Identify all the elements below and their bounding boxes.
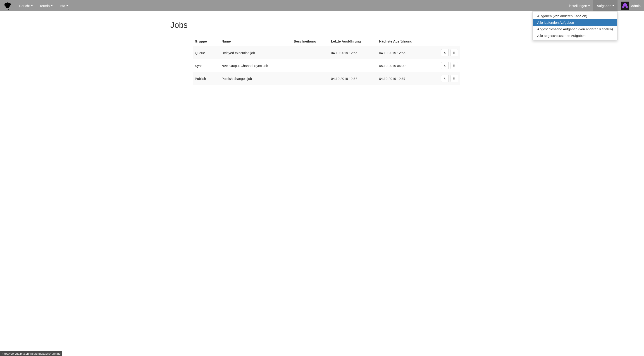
cell-actions — [426, 59, 460, 72]
pause-icon — [453, 77, 456, 80]
cell-name: NAK Output Channel Sync Job — [220, 59, 292, 72]
nav-right-group: Einstellungen Aufgaben Aufgaben (von and… — [563, 0, 644, 11]
main-container: Jobs Gruppe Name Beschreibung Letzte Aus… — [164, 11, 480, 89]
th-actions — [426, 37, 460, 46]
cell-group: Publish — [193, 72, 220, 85]
cell-next-run: 04.10.2019 12:57 — [377, 72, 425, 85]
rocket-icon — [444, 51, 446, 54]
svg-rect-3 — [626, 6, 628, 8]
th-last-run: Letzte Ausführung — [329, 37, 377, 46]
th-group: Gruppe — [193, 37, 220, 46]
cell-group: Queue — [193, 46, 220, 59]
svg-rect-9 — [454, 78, 454, 80]
th-description: Beschreibung — [292, 37, 329, 46]
nav-item-aufgaben[interactable]: Aufgaben Aufgaben (von anderen Kanälen) … — [593, 0, 618, 11]
cell-group: Sync — [193, 59, 220, 72]
dropdown-item-all-running[interactable]: Alle laufenden Aufgaben — [533, 19, 617, 26]
nav-item-einstellungen[interactable]: Einstellungen — [563, 0, 593, 11]
cell-actions — [426, 72, 460, 85]
cell-description — [292, 46, 329, 59]
cell-actions — [426, 46, 460, 59]
jobs-table: Gruppe Name Beschreibung Letzte Ausführu… — [193, 37, 460, 85]
caret-down-icon — [612, 5, 614, 6]
run-button[interactable] — [441, 49, 449, 56]
caret-down-icon — [588, 5, 590, 6]
brand-logo[interactable] — [0, 0, 16, 11]
svg-rect-8 — [454, 65, 455, 67]
th-next-run: Nächste Ausführung — [377, 37, 425, 46]
caret-down-icon — [51, 5, 53, 6]
cell-description — [292, 59, 329, 72]
svg-rect-2 — [622, 6, 624, 8]
nav-item-info[interactable]: Info — [56, 0, 72, 11]
th-name: Name — [220, 37, 292, 46]
svg-rect-6 — [454, 52, 455, 54]
run-button[interactable] — [441, 75, 449, 82]
svg-rect-7 — [454, 65, 454, 67]
cell-last-run: 04.10.2019 12:56 — [329, 72, 377, 85]
caret-down-icon — [66, 5, 68, 6]
cell-name: Delayed execution job — [220, 46, 292, 59]
rocket-icon — [444, 64, 446, 67]
raven-icon — [4, 1, 12, 10]
svg-rect-4 — [624, 6, 626, 7]
svg-rect-10 — [454, 78, 455, 80]
user-name: Admin — [631, 4, 640, 8]
page-title: Jobs — [170, 20, 474, 30]
caret-down-icon — [31, 5, 33, 6]
pause-button[interactable] — [450, 49, 458, 56]
table-row: Sync NAK Output Channel Sync Job 05.10.2… — [193, 59, 460, 72]
nav-label: Bericht — [19, 4, 30, 8]
svg-rect-1 — [623, 4, 627, 6]
svg-rect-0 — [624, 3, 626, 4]
dropdown-item-completed-other[interactable]: Abgeschlossene Aufgaben (von anderen Kan… — [533, 26, 617, 32]
table-row: Queue Delayed execution job 04.10.2019 1… — [193, 46, 460, 59]
pause-button[interactable] — [450, 62, 458, 69]
cell-last-run: 04.10.2019 12:56 — [329, 46, 377, 59]
top-navbar: Bericht Termin Info Einstellungen Aufgab… — [0, 0, 644, 11]
nav-label: Termin — [40, 4, 50, 8]
nav-label: Aufgaben — [597, 4, 611, 8]
nav-left-group: Bericht Termin Info — [16, 0, 72, 11]
cell-next-run: 04.10.2019 12:56 — [377, 46, 425, 59]
cell-name: Publish changes job — [220, 72, 292, 85]
avatar — [621, 1, 629, 10]
run-button[interactable] — [441, 62, 449, 69]
rocket-icon — [444, 77, 446, 80]
cell-last-run — [329, 59, 377, 72]
table-wrapper: Gruppe Name Beschreibung Letzte Ausführu… — [193, 37, 460, 85]
table-body: Queue Delayed execution job 04.10.2019 1… — [193, 46, 460, 85]
nav-label: Info — [60, 4, 65, 8]
dropdown-item-all-completed[interactable]: Alle abgeschlossenen Aufgaben — [533, 32, 617, 39]
nav-label: Einstellungen — [566, 4, 587, 8]
table-header-row: Gruppe Name Beschreibung Letzte Ausführu… — [193, 37, 460, 46]
nav-item-bericht[interactable]: Bericht — [16, 0, 36, 11]
nav-item-termin[interactable]: Termin — [36, 0, 56, 11]
cell-description — [292, 72, 329, 85]
page-header: Jobs — [170, 20, 474, 32]
svg-rect-5 — [454, 52, 454, 54]
pause-button[interactable] — [450, 75, 458, 82]
nav-user[interactable]: Admin — [618, 0, 644, 11]
dropdown-item-other-channels[interactable]: Aufgaben (von anderen Kanälen) — [533, 13, 617, 19]
cell-next-run: 05.10.2019 04:00 — [377, 59, 425, 72]
pause-icon — [453, 51, 456, 54]
aufgaben-dropdown: Aufgaben (von anderen Kanälen) Alle lauf… — [532, 11, 618, 40]
table-row: Publish Publish changes job 04.10.2019 1… — [193, 72, 460, 85]
pause-icon — [453, 64, 456, 67]
avatar-icon — [622, 2, 628, 9]
